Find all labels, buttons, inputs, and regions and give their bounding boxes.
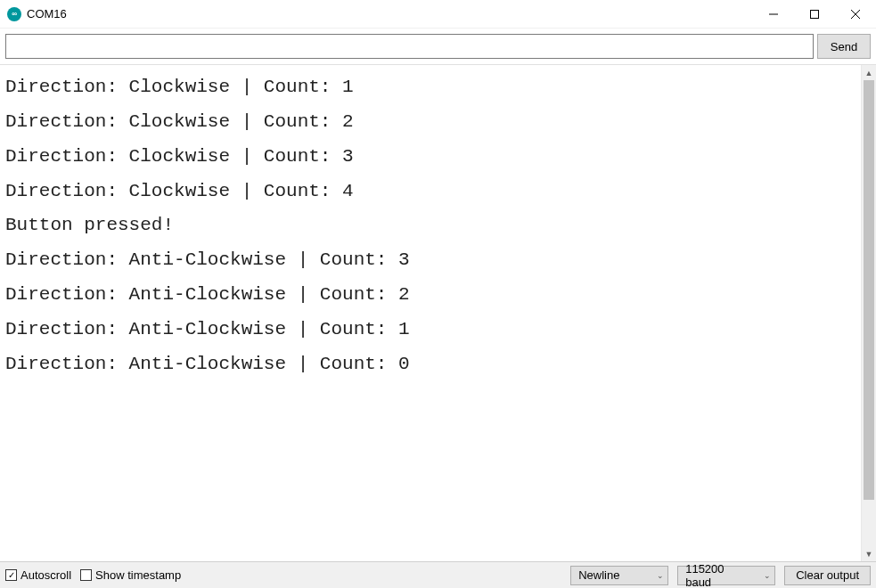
baud-rate-value: 115200 baud	[685, 562, 749, 589]
input-row: Send	[0, 29, 876, 64]
svg-rect-1	[811, 10, 819, 18]
send-button[interactable]: Send	[817, 34, 871, 59]
serial-output[interactable]: Direction: Clockwise | Count: 1 Directio…	[0, 65, 861, 561]
command-input[interactable]	[5, 34, 814, 59]
arduino-icon: ∞	[7, 7, 21, 21]
chevron-down-icon: ⌄	[657, 571, 664, 580]
line-ending-value: Newline	[578, 568, 619, 582]
show-timestamp-checkbox[interactable]	[80, 569, 92, 581]
window-title: COM16	[27, 7, 67, 20]
line-ending-select[interactable]: Newline ⌄	[570, 566, 668, 585]
close-icon	[851, 10, 860, 19]
scroll-thumb[interactable]	[864, 80, 874, 500]
maximize-button[interactable]	[794, 0, 835, 28]
chevron-down-icon: ⌄	[764, 571, 771, 580]
scroll-down-arrow-icon[interactable]: ▼	[862, 546, 876, 561]
autoscroll-label: Autoscroll	[20, 568, 71, 582]
titlebar: ∞ COM16	[0, 0, 876, 29]
maximize-icon	[810, 10, 819, 19]
autoscroll-checkbox-wrap[interactable]: ✓ Autoscroll	[5, 568, 71, 582]
show-timestamp-checkbox-wrap[interactable]: Show timestamp	[80, 568, 181, 582]
close-button[interactable]	[835, 0, 876, 28]
bottom-bar: ✓ Autoscroll Show timestamp Newline ⌄ 11…	[0, 561, 876, 588]
minimize-icon	[769, 10, 778, 19]
vertical-scrollbar[interactable]: ▲ ▼	[861, 65, 876, 561]
show-timestamp-label: Show timestamp	[95, 568, 181, 582]
minimize-button[interactable]	[753, 0, 794, 28]
autoscroll-checkbox[interactable]: ✓	[5, 569, 17, 581]
clear-output-button[interactable]: Clear output	[784, 566, 871, 585]
console-wrap: Direction: Clockwise | Count: 1 Directio…	[0, 64, 876, 561]
window-controls	[753, 0, 876, 28]
baud-rate-select[interactable]: 115200 baud ⌄	[677, 566, 775, 585]
scroll-up-arrow-icon[interactable]: ▲	[862, 65, 876, 80]
scroll-track[interactable]	[862, 80, 876, 546]
